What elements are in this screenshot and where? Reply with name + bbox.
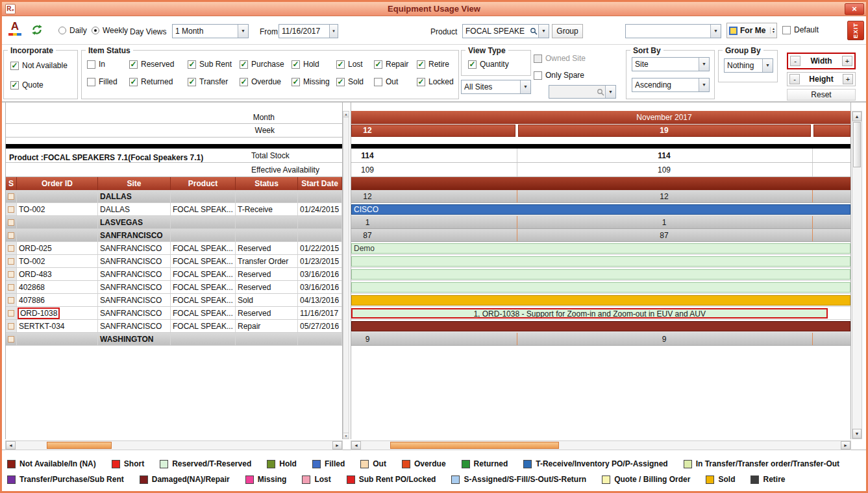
chevron-down-icon[interactable]: ▼ [762, 59, 773, 72]
order-row[interactable]: SERTKT-034SANFRANCISCOFOCAL SPEAK...Repa… [6, 320, 342, 333]
product-combo[interactable]: FOCAL SPEAKE ▼ [462, 24, 549, 38]
sort-field-combo[interactable]: Site ▼ [632, 57, 710, 71]
column-header-s[interactable]: S [6, 177, 17, 190]
gantt-bar[interactable]: 1, ORD-1038 - Support for Zoom-in and Zo… [351, 308, 828, 319]
checkbox-sold[interactable]: ✓Sold [336, 77, 374, 86]
column-header-status[interactable]: Status [236, 177, 298, 190]
legend-label: S-Assigned/S-Fill/S-Out/S-Return [464, 475, 586, 484]
chevron-down-icon[interactable]: ▼ [699, 58, 709, 71]
width-plus-button[interactable]: + [842, 56, 852, 66]
scroll-left-icon[interactable]: ◄ [351, 441, 361, 450]
width-minus-button[interactable]: - [790, 56, 800, 66]
export-icon[interactable]: A [7, 20, 23, 38]
search-icon[interactable] [528, 25, 538, 38]
gantt-bar[interactable] [351, 295, 850, 306]
gantt-bar[interactable] [351, 269, 850, 280]
weekly-radio[interactable]: Weekly [92, 26, 128, 35]
height-plus-button[interactable]: + [843, 74, 853, 84]
checkbox-filled[interactable]: Filled [87, 77, 129, 86]
chevron-down-icon[interactable]: ▼ [538, 25, 549, 38]
left-vertical-scrollbar[interactable]: ▲ ▼ [343, 111, 349, 439]
sort-direction-combo[interactable]: Ascending ▼ [632, 78, 710, 92]
chevron-down-icon[interactable]: ▼ [710, 25, 721, 38]
right-vertical-scrollbar[interactable]: ▲ ▼ [852, 111, 862, 439]
column-header-order-id[interactable]: Order ID [17, 177, 98, 190]
calendar-dropdown-icon[interactable]: ▾ [329, 25, 338, 38]
week-divider [517, 229, 517, 241]
checkbox-transfer[interactable]: ✓Transfer [188, 77, 240, 86]
group-button[interactable]: Group [552, 24, 583, 38]
checkbox-hold[interactable]: ✓Hold [291, 60, 336, 69]
refresh-icon[interactable] [31, 23, 43, 36]
chevron-down-icon[interactable]: ▼ [520, 80, 530, 93]
scroll-right-icon[interactable]: ► [332, 441, 342, 450]
column-header-product[interactable]: Product [171, 177, 236, 190]
scroll-right-icon[interactable]: ► [841, 441, 850, 450]
only-spare-checkbox[interactable]: Only Spare [534, 71, 584, 80]
scroll-up-icon[interactable]: ▲ [343, 112, 349, 117]
checkbox-retire[interactable]: ✓Retire [417, 60, 458, 69]
column-header-start-date[interactable]: Start Date [298, 177, 342, 190]
site-group-row[interactable]: LASVEGAS [6, 216, 342, 229]
sites-combo[interactable]: All Sites ▼ [461, 80, 531, 94]
column-header-site[interactable]: Site [98, 177, 171, 190]
quantity-checkbox[interactable]: ✓Quantity [468, 60, 509, 69]
checkbox-out[interactable]: Out [374, 77, 417, 86]
exit-button[interactable]: EXIT [847, 21, 864, 40]
daily-radio[interactable]: Daily [58, 26, 87, 35]
checkbox-locked[interactable]: ✓Locked [417, 77, 458, 86]
gantt-bar[interactable]: Demo [351, 243, 850, 254]
order-row[interactable]: TO-002SANFRANCISCOFOCAL SPEAK...Transfer… [6, 255, 342, 268]
gantt-bar[interactable] [351, 282, 850, 293]
checkbox-not-available[interactable]: ✓Not Available [10, 61, 68, 70]
for-me-spinner[interactable]: ▴ ▾ [770, 27, 775, 34]
site-group-row[interactable]: SANFRANCISCO [6, 229, 342, 242]
order-row[interactable]: ORD-483SANFRANCISCOFOCAL SPEAK...Reserve… [6, 268, 342, 281]
order-row[interactable]: TO-002DALLASFOCAL SPEAK...T-Receive01/24… [6, 203, 342, 216]
scrollbar-thumb[interactable] [47, 442, 112, 449]
gantt-bar[interactable] [351, 256, 850, 267]
checkbox-returned[interactable]: ✓Returned [129, 77, 188, 86]
day-views-combo[interactable]: 1 Month ▼ [172, 24, 249, 38]
checkbox-repair[interactable]: ✓Repair [374, 60, 417, 69]
chevron-down-icon[interactable]: ▼ [699, 78, 709, 91]
checkbox-reserved[interactable]: ✓Reserved [129, 60, 188, 69]
checkbox-sub-rent[interactable]: ✓Sub Rent [188, 60, 240, 69]
from-date-input[interactable]: 11/16/2017 ▾ [279, 24, 338, 38]
close-button[interactable]: × [845, 3, 864, 15]
chevron-down-icon[interactable]: ▼ [238, 25, 248, 38]
checkbox-purchase[interactable]: ✓Purchase [240, 60, 291, 69]
order-row[interactable]: 407886SANFRANCISCOFOCAL SPEAK...Sold04/1… [6, 294, 342, 307]
legend-item: Damaged(NA)/Repair [140, 475, 230, 484]
gantt-bar[interactable]: CISCO [351, 204, 850, 215]
for-me-button[interactable]: For Me ▴ ▾ [726, 23, 777, 38]
default-checkbox[interactable]: Default [782, 25, 819, 34]
gantt-bar[interactable] [351, 321, 850, 331]
checkbox-in[interactable]: In [87, 60, 129, 69]
checkbox-missing[interactable]: ✓Missing [291, 77, 336, 86]
checkbox-lost[interactable]: ✓Lost [336, 60, 374, 69]
reset-button[interactable]: Reset [787, 89, 856, 101]
scroll-down-icon[interactable]: ▼ [343, 433, 349, 439]
right-horizontal-scrollbar[interactable]: ◄ ► [351, 440, 851, 450]
checkbox-label: Quantity [480, 60, 509, 69]
order-row[interactable]: ORD-1038SANFRANCISCOFOCAL SPEAK...Reserv… [6, 307, 342, 320]
height-minus-button[interactable]: - [789, 74, 800, 84]
scroll-up-icon[interactable]: ▲ [852, 112, 862, 121]
scroll-down-icon[interactable]: ▼ [852, 429, 862, 439]
checkbox-quote[interactable]: ✓Quote [10, 80, 68, 90]
scrollbar-thumb[interactable] [853, 122, 861, 167]
quick-select-combo[interactable]: ▼ [625, 24, 721, 38]
group-by-combo[interactable]: Nothing ▼ [724, 58, 773, 73]
site-group-row[interactable]: DALLAS [6, 190, 342, 203]
scroll-left-icon[interactable]: ◄ [6, 441, 16, 450]
left-horizontal-scrollbar[interactable]: ◄ ► [5, 440, 343, 450]
spin-down-icon: ▾ [773, 30, 775, 34]
cell-s [6, 242, 17, 254]
order-row[interactable]: ORD-025SANFRANCISCOFOCAL SPEAK...Reserve… [6, 242, 342, 255]
order-row[interactable]: 402868SANFRANCISCOFOCAL SPEAK...Reserved… [6, 281, 342, 294]
checkbox-overdue[interactable]: ✓Overdue [240, 77, 291, 86]
site-group-row[interactable]: WASHINGTON [6, 333, 342, 346]
scrollbar-thumb[interactable] [390, 442, 559, 449]
legend-swatch [750, 475, 759, 484]
